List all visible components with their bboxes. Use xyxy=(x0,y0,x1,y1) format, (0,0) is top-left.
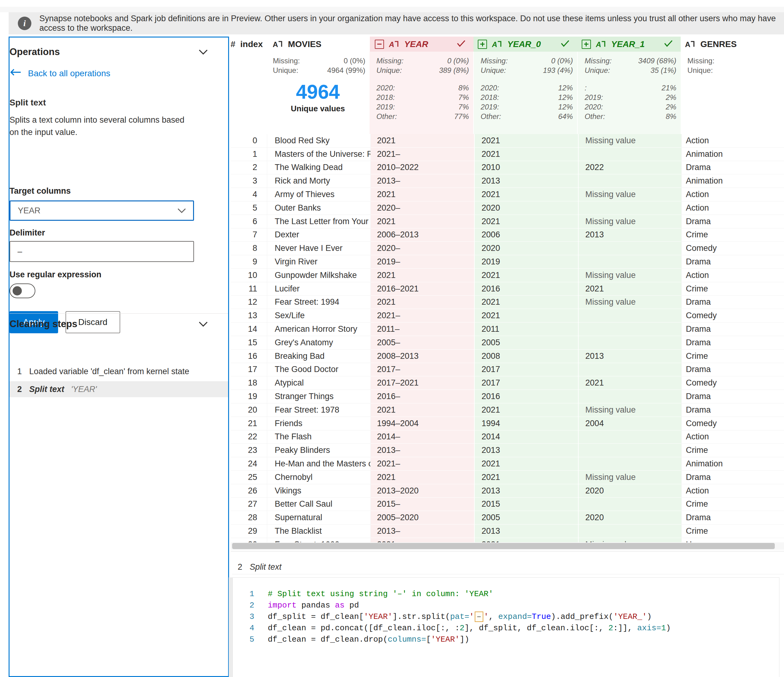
code-editor[interactable]: 1# Split text using string '–' in column… xyxy=(232,577,779,677)
cell-value: Missing value xyxy=(585,271,636,280)
cell-value: 2021 xyxy=(481,217,500,226)
chevron-down-icon[interactable] xyxy=(198,321,208,327)
operation-description: Splits a text column into several column… xyxy=(9,114,194,139)
cell-value: Comedy xyxy=(686,378,717,388)
removed-column-icon xyxy=(375,40,384,49)
cell-year1 xyxy=(578,336,681,350)
delimiter-input[interactable]: – xyxy=(9,241,194,262)
column-header-index[interactable]: #index xyxy=(230,37,266,51)
column-header-year[interactable]: AYEAR xyxy=(370,37,473,51)
top-value-percent: 7% xyxy=(459,102,469,112)
svg-text:A: A xyxy=(492,40,497,48)
stat-value: 35 (1%) xyxy=(650,65,677,75)
delimiter-label: Delimiter xyxy=(9,228,45,238)
cell-value: 2020 xyxy=(585,486,604,496)
cleaning-step-1[interactable]: 1 Loaded variable 'df_clean' from kernel… xyxy=(9,363,228,380)
cell-value: 10 xyxy=(248,271,257,280)
unique-count-value: 4964 xyxy=(266,82,370,102)
unique-count-caption: Unique values xyxy=(266,104,370,114)
cell-index: 8 xyxy=(230,242,267,255)
cell-value: 5 xyxy=(252,203,257,213)
highlighted-delimiter: – xyxy=(475,612,483,622)
horizontal-scrollbar-thumb[interactable] xyxy=(232,543,775,549)
cell-index: 9 xyxy=(230,255,267,269)
cell-year0: 2021 xyxy=(474,188,578,201)
cell-value: Dexter xyxy=(275,230,299,240)
cell-genres: Action xyxy=(681,269,784,282)
cell-movies: Supernatural xyxy=(267,511,371,524)
cell-value: 2020– xyxy=(377,243,400,253)
cell-index: 10 xyxy=(230,269,267,282)
operations-header[interactable]: Operations xyxy=(9,45,208,59)
cell-value: 2011 xyxy=(481,324,499,334)
cell-value: 2020 xyxy=(585,513,604,522)
stat-value: 389 (8%) xyxy=(439,65,469,75)
cell-year0: 2021 xyxy=(474,296,578,309)
cell-value: 11 xyxy=(249,284,257,294)
hash-type-icon: # xyxy=(230,39,235,49)
column-header-movies[interactable]: AMOVIES xyxy=(266,37,370,51)
string-type-icon: A xyxy=(273,40,283,49)
code-text: df_split = df_clean['YEAR'].str.split(pa… xyxy=(254,612,652,621)
cell-value: 2010–2022 xyxy=(377,163,418,172)
column-header-year_1[interactable]: AYEAR_1 xyxy=(577,37,681,51)
cell-value: 2013–2020 xyxy=(377,486,418,496)
table-row: 18Atypical2017–202120172021Comedy xyxy=(230,376,784,390)
checkmark-icon[interactable] xyxy=(560,39,570,49)
cell-value: Drama xyxy=(686,365,711,374)
column-name: MOVIES xyxy=(288,39,322,49)
table-row: 3Rick and Morty2013–2013Animation xyxy=(230,174,784,188)
cell-value: 8 xyxy=(252,243,257,253)
cell-value: Outer Banks xyxy=(275,203,320,213)
cell-movies: Grey's Anatomy xyxy=(267,336,371,350)
line-number: 1 xyxy=(233,589,254,599)
cleaning-steps-header[interactable]: Cleaning steps xyxy=(9,317,208,331)
cell-year: 2021– xyxy=(371,457,474,471)
cell-value: 2021– xyxy=(377,311,400,321)
code-token: pd xyxy=(345,601,359,610)
top-value-label: 2018: xyxy=(376,93,395,102)
checkmark-icon[interactable] xyxy=(456,39,466,49)
unique-stat: Unique:193 (4%) xyxy=(474,65,577,75)
cell-value: Peaky Blinders xyxy=(275,445,330,455)
cell-value: Comedy xyxy=(686,311,717,321)
cell-movies: American Horror Story xyxy=(267,322,371,336)
top-value-label: : xyxy=(585,83,586,93)
stat-label: Missing: xyxy=(481,56,508,65)
column-name: YEAR xyxy=(404,39,428,49)
top-value-label: 2019: xyxy=(481,102,499,112)
column-header-year_0[interactable]: AYEAR_0 xyxy=(473,37,577,51)
back-label: Back to all operations xyxy=(28,68,110,78)
column-stats-genres: Missing:Unique: xyxy=(681,51,784,134)
top-value-row: 2019:7% xyxy=(370,102,473,112)
cell-index: 20 xyxy=(230,403,267,417)
cell-year: 2005–2020 xyxy=(371,511,474,524)
cleaning-step-2[interactable]: 2 Split text 'YEAR' xyxy=(9,381,228,397)
toggle-knob-icon xyxy=(12,286,22,296)
cell-value: Action xyxy=(686,271,709,280)
cell-year1: 2013 xyxy=(578,350,681,363)
preview-banner: i Synapse notebooks and Spark job defini… xyxy=(9,12,784,34)
stat-label: Unique: xyxy=(376,65,402,75)
cell-year0: 2013 xyxy=(474,524,578,538)
grid-rows: 0Blood Red Sky20212021Missing valueActio… xyxy=(230,134,784,542)
cell-index: 30 xyxy=(230,538,267,542)
cell-movies: The Walking Dead xyxy=(267,161,371,174)
table-row: 15Grey's Anatomy2005–2005Drama xyxy=(230,336,784,350)
top-values-list: :21%2019:2%2020:2%Other:8% xyxy=(578,83,680,121)
back-to-operations-link[interactable]: Back to all operations xyxy=(9,68,110,78)
column-header-genres[interactable]: AGENRES xyxy=(681,37,784,51)
cell-value: 3 xyxy=(252,176,257,186)
cell-year0: 2021 xyxy=(474,215,578,229)
table-row: 26Vikings2013–202020132020Action xyxy=(230,484,784,498)
regex-toggle[interactable] xyxy=(9,283,35,298)
column-stats-year_0: Missing:0 (0%)Unique:193 (4%)2020:12%201… xyxy=(473,51,577,134)
target-columns-select[interactable]: YEAR xyxy=(9,201,194,221)
cell-year: 2021 xyxy=(371,296,474,309)
stat-label: Unique: xyxy=(688,65,713,75)
chevron-down-icon[interactable] xyxy=(198,49,208,55)
checkmark-icon[interactable] xyxy=(663,39,673,49)
code-text: df_clean = df_clean.drop(columns=['YEAR'… xyxy=(254,635,469,644)
code-token: ].str.split( xyxy=(393,612,450,621)
cell-value: 2021 xyxy=(481,149,500,159)
